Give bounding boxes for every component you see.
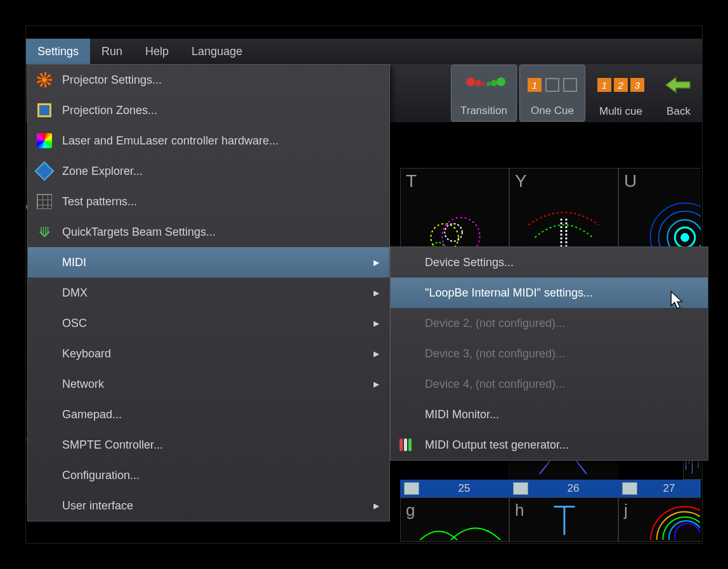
menu-item-user-interface[interactable]: User interface ▸ [28, 490, 389, 521]
laser-thumbnail [619, 498, 701, 541]
multi-cue-icon: 123 [588, 65, 654, 105]
menu-item-keyboard[interactable]: Keyboard ▸ [28, 338, 389, 369]
menu-item-configuration[interactable]: Configuration... [28, 460, 389, 490]
zones-icon [37, 103, 51, 117]
cue-hotkey: h [515, 501, 524, 520]
submenu-item-midi-monitor[interactable]: MIDI Monitor... [391, 399, 708, 430]
menu-item-network[interactable]: Network ▸ [28, 369, 389, 399]
submenu-item-midi-output-test[interactable]: MIDI Output test generator... [391, 430, 708, 460]
cue-number-bar[interactable]: 25 [400, 480, 509, 497]
submenu-arrow-icon: ▸ [374, 316, 379, 330]
cue-cell[interactable]: j [618, 497, 701, 542]
waveform-icon [622, 482, 637, 495]
cue-hotkey: Y [515, 171, 527, 191]
one-cue-button[interactable]: 1 One Cue [519, 65, 585, 122]
menu-item-quicktargets[interactable]: ⟱ QuickTargets Beam Settings... [28, 217, 389, 247]
cue-number-bar[interactable]: 27 [618, 480, 701, 497]
waveform-icon [513, 482, 528, 495]
menu-item-test-patterns[interactable]: Test patterns... [28, 186, 389, 217]
submenu-arrow-icon: ▸ [374, 347, 379, 361]
multi-cue-button[interactable]: 123 Multi cue [588, 65, 654, 122]
submenu-arrow-icon: ▸ [374, 286, 379, 300]
laser-thumbnail [401, 498, 509, 541]
settings-dropdown: Projector Settings... Projection Zones..… [27, 64, 390, 521]
transition-button[interactable]: Transition [451, 65, 517, 122]
menu-run[interactable]: Run [90, 39, 134, 64]
menu-item-projector-settings[interactable]: Projector Settings... [28, 65, 389, 95]
submenu-arrow-icon: ▸ [374, 255, 379, 269]
back-arrow-icon [656, 65, 701, 105]
test-patterns-icon [37, 194, 52, 209]
menu-settings[interactable]: Settings [26, 39, 90, 64]
menu-item-dmx[interactable]: DMX ▸ [28, 278, 389, 308]
submenu-item-loopbe-settings[interactable]: "LoopBe Internal MIDI" settings... [391, 278, 708, 308]
cue-hotkey: U [624, 171, 637, 191]
app-window: Settings Run Help Language Transition [25, 25, 703, 544]
menu-item-smpte[interactable]: SMPTE Controller... [28, 430, 389, 460]
submenu-arrow-icon: ▸ [374, 499, 379, 513]
midi-submenu: Device Settings... "LoopBe Internal MIDI… [390, 246, 708, 461]
submenu-item-device-2[interactable]: Device 2, (not configured)... [391, 308, 708, 338]
menu-item-gamepad[interactable]: Gamepad... [28, 399, 389, 430]
submenu-item-device-3[interactable]: Device 3, (not configured)... [391, 338, 708, 369]
menu-item-laser-hardware[interactable]: Laser and EmuLaser controller hardware..… [28, 125, 389, 156]
cue-number-bar[interactable]: 26 [509, 480, 618, 497]
cue-hotkey: g [406, 501, 415, 520]
svg-point-14 [680, 233, 689, 242]
beam-icon: ⟱ [37, 224, 52, 240]
cue-cell[interactable]: g [400, 497, 509, 542]
cue-hotkey: j [624, 501, 628, 520]
zone-explorer-icon [34, 161, 54, 181]
cue-cell[interactable]: h [509, 497, 618, 542]
menu-item-zone-explorer[interactable]: Zone Explorer... [28, 156, 389, 186]
submenu-arrow-icon: ▸ [374, 377, 379, 391]
menu-item-projection-zones[interactable]: Projection Zones... [28, 95, 389, 125]
laser-icon [37, 133, 52, 148]
projector-icon [37, 72, 52, 87]
submenu-item-device-4[interactable]: Device 4, (not configured)... [391, 369, 708, 399]
waveform-icon [404, 482, 419, 495]
menu-item-osc[interactable]: OSC ▸ [28, 308, 389, 338]
laser-thumbnail [510, 498, 618, 541]
back-button[interactable]: Back [656, 65, 701, 122]
transition-icon [452, 65, 516, 105]
submenu-item-device-settings[interactable]: Device Settings... [391, 247, 708, 278]
menu-item-midi[interactable]: MIDI ▸ [28, 247, 389, 278]
menubar: Settings Run Help Language [26, 39, 702, 64]
cue-hotkey: T [406, 171, 417, 191]
one-cue-icon: 1 [520, 65, 585, 105]
menu-language[interactable]: Language [180, 39, 254, 64]
menu-help[interactable]: Help [134, 39, 180, 64]
svg-point-6 [445, 224, 462, 241]
midi-output-icon [400, 438, 415, 451]
